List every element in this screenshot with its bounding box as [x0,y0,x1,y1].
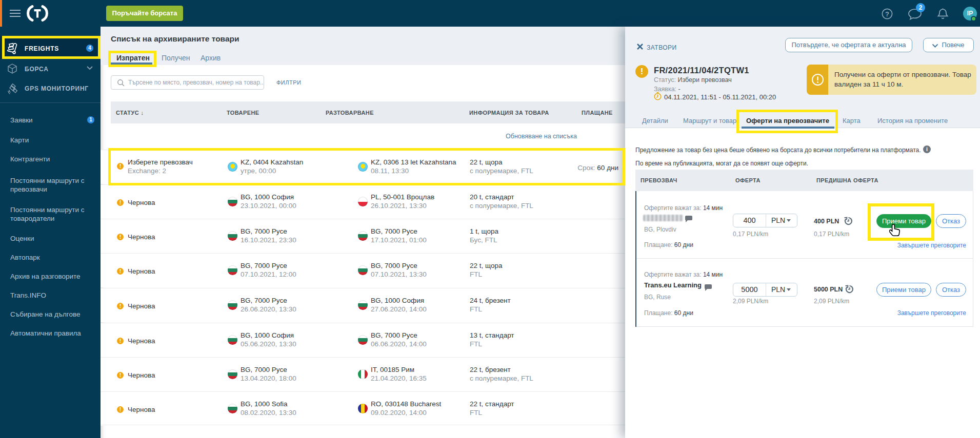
svg-text:?: ? [885,10,889,18]
